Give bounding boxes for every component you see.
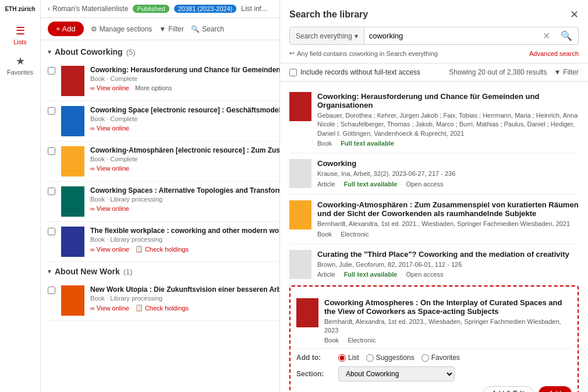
check-holdings-link[interactable]: 📋 Check holdings [135, 304, 189, 312]
add-to-label: Add to: [296, 354, 331, 362]
section-count: (5) [126, 48, 136, 56]
result-cover [289, 250, 311, 279]
item-checkbox[interactable] [48, 287, 55, 294]
result-title: Curating the "Third Place"? Coworking an… [317, 250, 579, 259]
view-online-link[interactable]: ∞ View online [90, 245, 129, 253]
filter-label: Filter [563, 68, 579, 76]
page-title: Roman's Materialienliste [52, 5, 128, 13]
result-type: Book [324, 337, 339, 344]
add-actions: Add & Edit Add [296, 386, 572, 392]
book-cover [61, 106, 84, 136]
search-icon: 🔍 [191, 25, 200, 33]
radio-favorites[interactable]: Favorites [421, 354, 460, 362]
filter-button[interactable]: ▼ Filter [159, 25, 184, 33]
item-checkbox[interactable] [48, 107, 55, 115]
back-link[interactable]: ‹ Roman's Materialienliste [48, 5, 128, 13]
radio-suggestions-input[interactable] [366, 354, 374, 362]
search-result-item: Coworking Krause, Ina, Arbeit, 32(2), 20… [289, 153, 579, 195]
filter-icon: ▼ [159, 25, 166, 33]
result-type: Article [317, 181, 335, 188]
add-to-radio-group: List Suggestions Favorites [338, 354, 460, 362]
close-button[interactable]: ✕ [570, 8, 579, 21]
chevron-down-icon: ▾ [355, 32, 358, 40]
search-result-item: Curating the "Third Place"? Coworking an… [289, 244, 579, 285]
manage-sections-button[interactable]: ⚙ Manage sections [91, 25, 153, 33]
search-button[interactable]: 🔍 Search [191, 25, 224, 33]
add-confirm-button[interactable]: Add [539, 386, 572, 392]
result-meta: Article · Full text available · Open acc… [317, 271, 579, 278]
include-label: Include records without full-text access [300, 68, 420, 76]
back-arrow-icon: ‹ [48, 5, 50, 13]
item-checkbox[interactable] [48, 188, 55, 195]
advanced-search-link[interactable]: Advanced search [529, 50, 579, 57]
access-badge: Full text available [341, 140, 394, 147]
section-label: Section: [296, 370, 331, 378]
radio-favorites-input[interactable] [421, 354, 429, 362]
filter-icon: ▼ [554, 68, 561, 76]
add-edit-button[interactable]: Add & Edit [483, 386, 534, 392]
check-holdings-link[interactable]: 📋 Check holdings [135, 245, 189, 253]
result-type: Book [317, 140, 332, 147]
section-title: About New Work [55, 267, 120, 276]
favorites-label: Favorites [7, 69, 33, 76]
radio-suggestions[interactable]: Suggestions [366, 354, 415, 362]
access-badge: Full text available [344, 271, 398, 278]
item-checkbox[interactable] [48, 228, 55, 235]
search-input[interactable] [364, 27, 538, 44]
view-online-link[interactable]: ∞ View online [90, 304, 129, 312]
include-checkbox[interactable] [289, 69, 297, 76]
open-access-badge: Open access [406, 181, 443, 188]
radio-list-input[interactable] [338, 354, 346, 362]
search-go-button[interactable]: 🔍 [555, 30, 578, 41]
sidebar-item-lists[interactable]: ☰ Lists [13, 24, 27, 45]
result-meta: Book · Electronic [324, 337, 572, 344]
result-title: Coworking: Herausforderung und Chance fü… [317, 92, 579, 110]
add-button[interactable]: + Add [48, 22, 84, 36]
id-badge: 20381 (2023-2024) [174, 5, 237, 13]
section-select[interactable]: About Coworking [338, 366, 455, 382]
radio-list-label: List [348, 354, 359, 362]
result-authors: Brown, Julie, Geoforum, 82, 2017-06-01, … [317, 260, 579, 269]
results-count: Showing 20 out of 2,380 results [449, 68, 547, 76]
include-fulltext-check[interactable]: Include records without full-text access [289, 68, 420, 76]
access-badge: Full text available [344, 181, 398, 188]
result-title: Coworking [317, 159, 579, 168]
radio-list[interactable]: List [338, 354, 359, 362]
view-online-link[interactable]: ∞ View online [90, 125, 129, 132]
section-title: About Coworking [55, 47, 123, 56]
sidebar: ETH zürich ☰ Lists ★ Favorites [0, 0, 41, 392]
result-title: Coworking Atmospheres : On the Interplay… [324, 298, 572, 316]
view-online-link[interactable]: ∞ View online [90, 84, 129, 91]
search-result-item: Coworking-Atmosphären : Zum Zusammenspie… [289, 195, 579, 243]
radio-suggestions-label: Suggestions [376, 354, 415, 362]
search-scope-dropdown[interactable]: Search everything ▾ [290, 28, 364, 44]
view-online-link[interactable]: ∞ View online [90, 205, 129, 212]
item-checkbox[interactable] [48, 67, 55, 75]
result-info: Coworking Krause, Ina, Arbeit, 32(2), 20… [317, 159, 579, 188]
search-results: Coworking: Herausforderung und Chance fü… [280, 82, 588, 392]
clear-search-button[interactable]: ✕ [538, 30, 555, 41]
result-cover [289, 159, 311, 188]
item-checkbox[interactable] [48, 147, 55, 155]
search-result-item: Coworking: Herausforderung und Chance fü… [289, 86, 579, 153]
search-options-bar: Include records without full-text access… [280, 63, 588, 82]
section-count: (1) [123, 267, 133, 276]
search-header: Search the library ✕ Search everything ▾… [280, 0, 588, 63]
add-form: Add to: List Suggestions Favorites [296, 348, 572, 392]
view-online-link[interactable]: ∞ View online [90, 165, 129, 172]
chevron-down-icon[interactable]: ▾ [48, 48, 51, 56]
book-cover [61, 227, 84, 257]
search-label: Search [202, 25, 224, 33]
filter-results-button[interactable]: ▼ Filter [554, 68, 579, 76]
list-info: List inf... [241, 5, 267, 13]
filter-label: Filter [168, 25, 184, 33]
chevron-down-icon[interactable]: ▾ [48, 267, 51, 276]
hint-left: ↩ Any field contains coworking in Search… [289, 50, 438, 57]
sidebar-item-favorites[interactable]: ★ Favorites [7, 55, 33, 76]
hint-text: Any field contains coworking in Search e… [297, 50, 438, 57]
add-to-list-card: Coworking Atmospheres : On the Interplay… [289, 285, 579, 392]
book-cover [61, 285, 84, 316]
more-options-link[interactable]: More options [135, 84, 172, 91]
result-cover [289, 200, 311, 229]
hint-arrow-icon: ↩ [289, 50, 295, 57]
